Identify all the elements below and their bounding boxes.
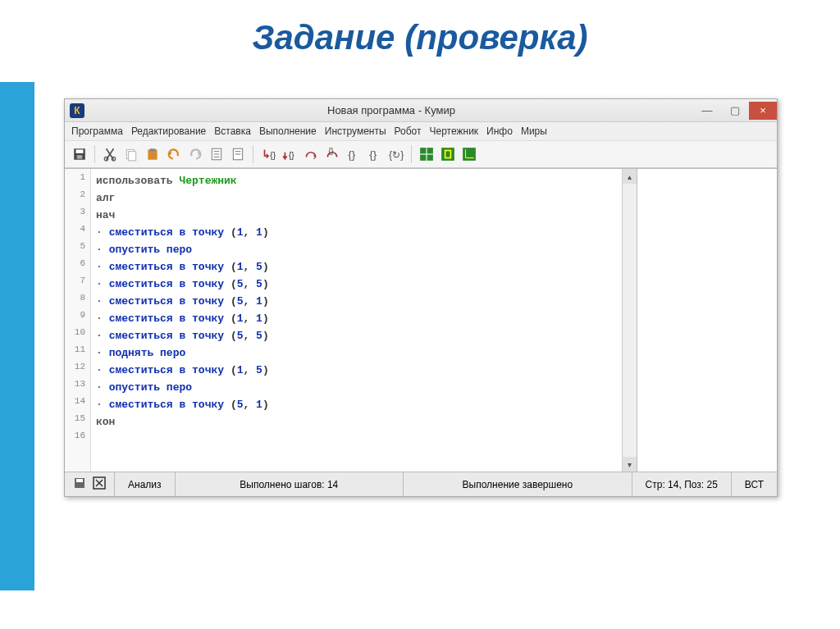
svg-text:{}: {} [289, 151, 294, 160]
svg-text:{}: {} [270, 151, 276, 160]
line-gutter: 12345678910111213141516 [65, 169, 91, 472]
svg-rect-25 [441, 148, 454, 161]
menu-draftsman[interactable]: Чертежник [430, 125, 479, 137]
braces1-icon[interactable]: {} [344, 144, 363, 164]
window-title: Новая программа - Кумир [89, 104, 693, 116]
window-controls: — ▢ × [693, 102, 777, 120]
slide-accent-bar [0, 82, 34, 590]
copy-icon[interactable] [121, 144, 141, 164]
app-icon: К [70, 103, 84, 118]
svg-rect-6 [129, 152, 136, 161]
status-icons [65, 472, 115, 496]
braces2-icon[interactable]: {} [365, 144, 385, 164]
page-title: Задание (проверка) [0, 0, 840, 69]
doc1-icon[interactable] [207, 144, 226, 164]
menu-program[interactable]: Программа [71, 125, 123, 137]
step-over-icon[interactable]: {} [280, 144, 299, 164]
paste-icon[interactable] [143, 144, 162, 164]
menu-edit[interactable]: Редактирование [131, 125, 206, 137]
toolbar-separator [411, 145, 412, 163]
braces-loop-icon[interactable]: {↻} [386, 144, 406, 164]
titlebar: К Новая программа - Кумир — ▢ × [65, 99, 777, 122]
status-state: Выполнение завершено [404, 472, 632, 496]
svg-rect-2 [77, 155, 83, 159]
side-panel [637, 169, 777, 472]
svg-text:{}: {} [348, 148, 356, 161]
step-into-icon[interactable]: {} [258, 144, 278, 164]
svg-rect-31 [76, 479, 83, 482]
menu-tools[interactable]: Инструменты [325, 125, 386, 137]
app-window: К Новая программа - Кумир — ▢ × Программ… [64, 98, 778, 497]
run-arc2-icon[interactable]: {} [322, 144, 342, 164]
cut-icon[interactable] [100, 144, 120, 164]
grid-green-icon[interactable] [417, 144, 436, 164]
menu-robot[interactable]: Робот [395, 125, 422, 137]
svg-rect-1 [76, 149, 84, 153]
status-analysis[interactable]: Анализ [115, 472, 176, 496]
main-area: 12345678910111213141516 использовать Чер… [65, 168, 777, 472]
cancel-status-icon[interactable] [93, 476, 106, 492]
toolbar: {} {} {} {} {} {↻} [65, 141, 777, 168]
statusbar: Анализ Выполнено шагов: 14 Выполнение за… [65, 472, 777, 496]
svg-text:{}: {} [369, 148, 377, 161]
menu-worlds[interactable]: Миры [521, 125, 547, 137]
menu-info[interactable]: Инфо [486, 125, 513, 137]
undo-icon[interactable] [164, 144, 184, 164]
vertical-scrollbar[interactable]: ▴ ▾ [622, 169, 637, 472]
save-icon[interactable] [70, 144, 89, 164]
doc2-icon[interactable] [228, 144, 248, 164]
axes-green-icon[interactable] [459, 144, 479, 164]
toolbar-separator [94, 145, 95, 163]
svg-text:{↻}: {↻} [389, 149, 404, 161]
play-green-icon[interactable] [438, 144, 458, 164]
menu-insert[interactable]: Вставка [214, 125, 251, 137]
svg-rect-27 [463, 148, 476, 161]
status-mode[interactable]: ВСТ [732, 472, 777, 496]
menu-run[interactable]: Выполнение [259, 125, 317, 137]
toolbar-separator [253, 145, 253, 163]
status-steps: Выполнено шагов: 14 [176, 472, 404, 496]
scroll-down-icon[interactable]: ▾ [623, 457, 637, 472]
minimize-button[interactable]: — [693, 102, 721, 120]
maximize-button[interactable]: ▢ [721, 102, 749, 120]
save-status-icon[interactable] [73, 476, 86, 492]
menubar: Программа Редактирование Вставка Выполне… [65, 122, 777, 141]
editor-pane: 12345678910111213141516 использовать Чер… [65, 169, 637, 472]
scroll-up-icon[interactable]: ▴ [623, 169, 637, 184]
close-button[interactable]: × [749, 102, 777, 120]
svg-text:{}: {} [329, 147, 334, 155]
status-position: Стр: 14, Поз: 25 [632, 472, 732, 496]
redo-icon[interactable] [185, 144, 205, 164]
code-editor[interactable]: использовать Чертежникалгнач· сместиться… [91, 169, 622, 472]
svg-rect-8 [150, 148, 156, 151]
run-arc1-icon[interactable] [301, 144, 321, 164]
